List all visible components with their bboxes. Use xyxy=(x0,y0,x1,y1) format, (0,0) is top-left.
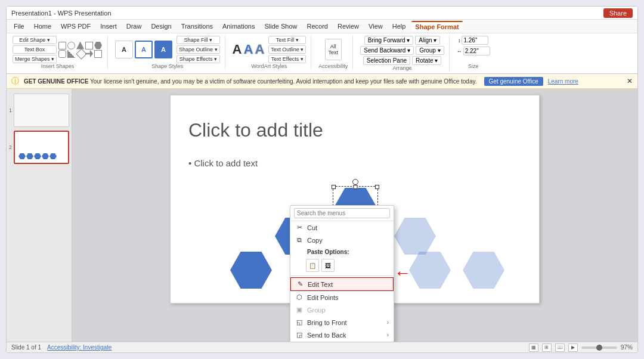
get-genuine-office-btn[interactable]: Get genuine Office xyxy=(484,77,543,86)
context-group[interactable]: ▣ Group xyxy=(290,304,394,316)
all-text-btn[interactable]: AllText xyxy=(325,39,342,60)
menu-slideshow[interactable]: Slide Show xyxy=(261,21,301,31)
accessibility-label: Accessibility xyxy=(318,63,348,69)
normal-view-btn[interactable]: ▦ xyxy=(529,343,538,352)
slide-2-container: 2 xyxy=(9,131,69,164)
edit-text-icon: ✎ xyxy=(296,280,304,288)
accessibility-status[interactable]: Accessibility: Investigate xyxy=(47,344,112,351)
context-cut[interactable]: ✂ Cut xyxy=(290,221,394,234)
style-btn-outline[interactable]: A xyxy=(135,41,153,58)
slide-2-thumbnail[interactable] xyxy=(14,131,69,164)
shape-fill-btn[interactable]: Shape Fill ▾ xyxy=(177,36,220,44)
menu-shape-format[interactable]: Shape Format xyxy=(411,21,462,32)
shape-hex-icon xyxy=(94,42,102,49)
handle-tr[interactable] xyxy=(375,185,379,189)
selection-pane-btn[interactable]: Selection Pane xyxy=(363,56,410,65)
notification-close[interactable]: ✕ xyxy=(627,77,633,85)
context-edit-text[interactable]: ✎ Edit Text xyxy=(290,277,394,291)
context-edit-points[interactable]: ⬡ Edit Points xyxy=(290,291,394,304)
zoom-thumb xyxy=(596,345,602,351)
align-btn[interactable]: Align ▾ xyxy=(415,36,440,45)
shape-arrow-icon xyxy=(85,50,93,58)
size-height-input[interactable] xyxy=(463,47,490,55)
context-search-input[interactable] xyxy=(294,208,390,218)
edit-points-icon: ⬡ xyxy=(295,293,304,301)
shape-outline-btn[interactable]: Shape Outline ▾ xyxy=(177,45,220,54)
style-btn-filled[interactable]: A xyxy=(154,41,172,58)
slideshow-btn[interactable]: ▶ xyxy=(568,343,578,352)
size-width-input[interactable] xyxy=(462,36,488,45)
shape-other-icon xyxy=(94,50,102,58)
paste-btn-1[interactable]: 📋 xyxy=(306,259,319,272)
hex-r2-3[interactable] xyxy=(394,218,436,255)
shape-circle-icon xyxy=(67,42,75,49)
hex-r3-1[interactable] xyxy=(230,252,272,289)
share-button[interactable]: Share xyxy=(603,8,633,18)
context-paste-header: Paste Options: xyxy=(290,246,394,258)
handle-tl[interactable] xyxy=(332,185,336,189)
shape-effects-btn[interactable]: Shape Effects ▾ xyxy=(177,55,220,63)
main-area: 1 2 xyxy=(7,89,637,342)
context-copy[interactable]: ⧉ Copy xyxy=(290,234,394,246)
paste-btn-2[interactable]: 🖼 xyxy=(321,259,335,272)
ribbon: File Home WPS PDF Insert Draw Design Tra… xyxy=(7,20,637,74)
wordart-outline[interactable]: A xyxy=(255,42,264,57)
menu-wps-pdf[interactable]: WPS PDF xyxy=(57,21,94,31)
slide-1-thumbnail[interactable] xyxy=(14,94,69,127)
slide-1-num: 1 xyxy=(9,107,12,113)
preview-hex xyxy=(34,153,41,159)
style-btn-plain[interactable]: A xyxy=(115,41,133,58)
arrange-label: Arrange xyxy=(393,65,412,71)
send-backward-btn[interactable]: Send Backward ▾ xyxy=(360,46,414,55)
merge-shapes-btn[interactable]: Merge Shapes ▾ xyxy=(13,55,57,63)
size-content: ↕ ↔ xyxy=(457,36,490,63)
arrange-row-1: Bring Forward ▾ Align ▾ xyxy=(364,36,441,45)
slide-sorter-btn[interactable]: ⊞ xyxy=(542,343,552,352)
context-bring-front[interactable]: ◱ Bring to Front › xyxy=(290,316,394,329)
menu-animations[interactable]: Animations xyxy=(219,21,258,31)
menu-record[interactable]: Record xyxy=(304,21,332,31)
group-btn[interactable]: Group ▾ xyxy=(416,46,444,55)
slide-1-container: 1 xyxy=(9,94,69,127)
menu-home[interactable]: Home xyxy=(30,21,55,31)
all-text-content: AllText xyxy=(325,36,342,63)
bring-forward-btn[interactable]: Bring Forward ▾ xyxy=(364,36,414,45)
text-effects-btn[interactable]: Text Effects ▾ xyxy=(268,55,306,63)
shape-rect-icon xyxy=(85,42,93,49)
bring-front-icon: ◱ xyxy=(295,318,304,326)
text-outline-btn[interactable]: Text Outline ▾ xyxy=(268,45,306,54)
text-fill-btn[interactable]: Text Fill ▾ xyxy=(268,36,306,44)
edit-shape-btn[interactable]: Edit Shape ▾ xyxy=(13,36,57,44)
menu-file[interactable]: File xyxy=(10,21,28,31)
menu-help[interactable]: Help xyxy=(389,21,410,31)
context-send-back[interactable]: ◲ Send to Back › xyxy=(290,329,394,341)
hex-r3-3[interactable] xyxy=(409,252,451,289)
slide-body-text[interactable]: • Click to add text xyxy=(188,158,258,168)
slide-2-num: 2 xyxy=(9,144,12,150)
menu-transitions[interactable]: Transitions xyxy=(178,21,216,31)
wordart-label: WordArt Styles xyxy=(252,63,287,69)
hex-r3-4[interactable] xyxy=(463,252,504,289)
wordart-plain[interactable]: A xyxy=(233,42,242,57)
sep-1 xyxy=(290,276,394,276)
wordart-shadow[interactable]: A xyxy=(243,42,253,57)
notification-bar: ⓘ GET GENUINE OFFICE Your license isn't … xyxy=(7,74,637,89)
learn-more-link[interactable]: Learn more xyxy=(548,78,578,85)
arrange-row-2: Send Backward ▾ Group ▾ xyxy=(360,46,444,55)
insert-shapes-label: Insert Shapes xyxy=(41,63,75,69)
rotate-btn[interactable]: Rotate ▾ xyxy=(412,56,441,65)
slide-title[interactable]: Click to add title xyxy=(188,119,521,141)
size-label: Size xyxy=(468,63,479,69)
menu-insert[interactable]: Insert xyxy=(97,21,120,31)
menu-view[interactable]: View xyxy=(365,21,386,31)
notification-text: GET GENUINE OFFICE Your license isn't ge… xyxy=(24,78,477,85)
menu-review[interactable]: Review xyxy=(334,21,363,31)
zoom-slider[interactable] xyxy=(581,346,617,349)
rotate-handle[interactable] xyxy=(352,179,358,185)
menu-design[interactable]: Design xyxy=(147,21,175,31)
text-box-btn[interactable]: Text Box xyxy=(13,45,57,54)
notification-icon: ⓘ xyxy=(11,76,19,86)
reading-view-btn[interactable]: 📖 xyxy=(555,343,565,352)
shape-styles-content: A A A Shape Fill ▾ Shape Outline ▾ Shape… xyxy=(115,36,220,63)
menu-draw[interactable]: Draw xyxy=(123,21,145,31)
